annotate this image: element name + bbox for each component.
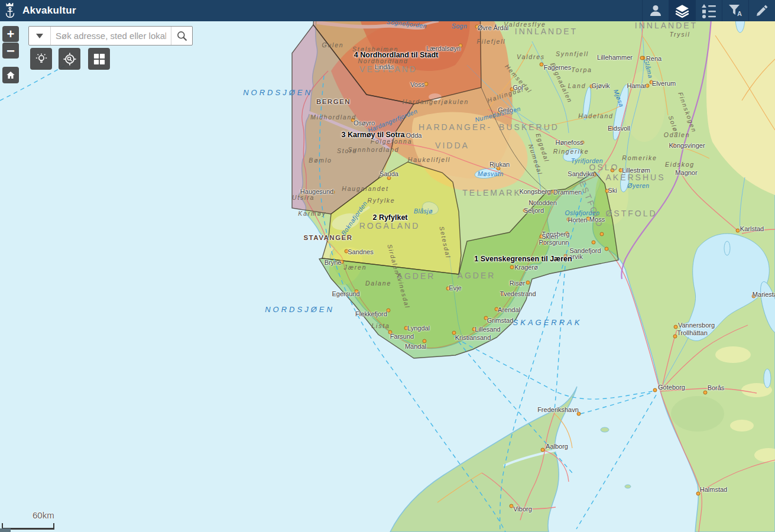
chevron-down-icon	[36, 34, 43, 38]
zoom-in-glyph: +	[7, 27, 15, 42]
layers-icon[interactable]	[669, 0, 695, 21]
akvakultur-app: NORDSJØENNORDSJØENSKAGERRAKSognefjordenS…	[0, 0, 775, 532]
search-icon	[176, 30, 188, 42]
basemap-button[interactable]	[88, 48, 110, 70]
target-magnifier-icon	[63, 52, 77, 66]
svg-text:A: A	[737, 10, 742, 17]
locate-search-button[interactable]	[59, 48, 80, 70]
tips-button[interactable]	[30, 48, 52, 70]
legend-icon[interactable]	[695, 0, 722, 21]
user-icon[interactable]	[642, 0, 669, 21]
search-input[interactable]	[51, 27, 171, 45]
basemap	[0, 0, 775, 532]
search-button[interactable]	[171, 27, 192, 45]
fisheries-crest-logo	[0, 0, 20, 21]
lightbulb-icon	[35, 53, 48, 66]
corner-widget[interactable]	[0, 528, 11, 532]
app-title: Akvakultur	[22, 5, 76, 17]
zoom-out-button[interactable]: −	[2, 43, 19, 59]
search-dropdown-button[interactable]	[29, 27, 51, 45]
zoom-in-button[interactable]: +	[2, 26, 19, 42]
grid-icon	[93, 53, 105, 65]
home-button[interactable]	[2, 67, 19, 83]
header-toolbar: A	[642, 0, 775, 21]
scale-label: 60km	[33, 510, 54, 520]
filter-icon[interactable]: A	[722, 0, 748, 21]
zoom-out-glyph: −	[7, 43, 15, 59]
home-icon	[5, 70, 16, 80]
draw-icon[interactable]	[748, 0, 775, 21]
map-canvas[interactable]: NORDSJØENNORDSJØENSKAGERRAKSognefjordenS…	[0, 0, 775, 532]
app-header: Akvakultur	[0, 0, 775, 21]
search-bar	[28, 26, 193, 46]
